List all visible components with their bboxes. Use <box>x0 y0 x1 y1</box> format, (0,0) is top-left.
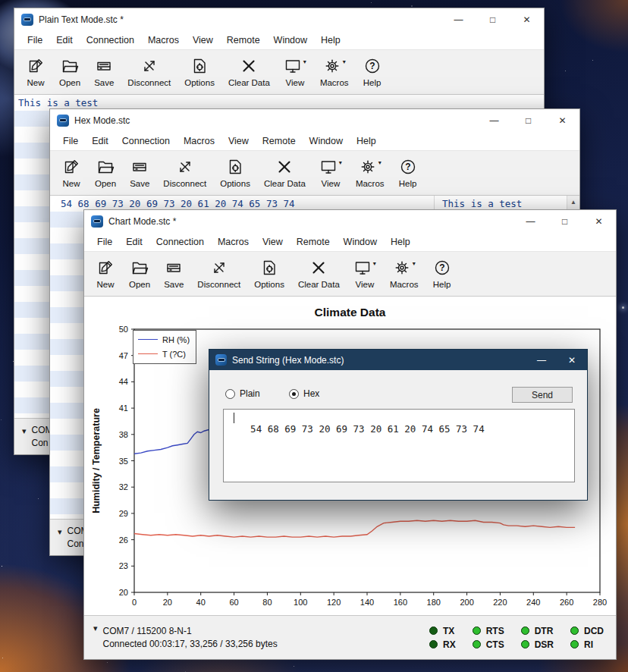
send-string-dialog: Send String (Hex Mode.stc) — ✕ Plain Hex… <box>209 349 588 501</box>
open-icon <box>61 57 79 77</box>
macros-button[interactable]: ▾Macros <box>315 55 354 89</box>
menu-window[interactable]: Window <box>267 35 314 46</box>
minimize-button[interactable]: — <box>513 210 548 233</box>
minimize-button[interactable]: — <box>477 109 511 132</box>
close-button[interactable]: ✕ <box>557 350 587 370</box>
menu-connection[interactable]: Connection <box>115 136 177 146</box>
options-button[interactable]: Options <box>179 55 220 89</box>
close-button[interactable]: ✕ <box>582 210 616 233</box>
maximize-button[interactable]: □ <box>476 8 510 31</box>
titlebar[interactable]: Plain Text Mode.stc * — □ ✕ <box>14 8 544 31</box>
send-button[interactable]: Send <box>512 387 573 403</box>
menu-edit[interactable]: Edit <box>49 35 80 46</box>
tool-label: Macros <box>356 179 385 188</box>
open-button[interactable]: Open <box>124 256 155 291</box>
menu-view[interactable]: View <box>186 35 220 46</box>
options-button[interactable]: Options <box>215 155 256 190</box>
menu-view[interactable]: View <box>256 237 290 247</box>
macros-button[interactable]: ▾Macros <box>385 256 424 291</box>
menu-window[interactable]: Window <box>303 136 350 146</box>
macros-button[interactable]: ▾Macros <box>350 155 390 190</box>
hex-ascii: This is a test <box>442 198 522 209</box>
status-chevron-icon[interactable]: ▾ <box>22 426 27 436</box>
menu-file[interactable]: File <box>20 35 49 46</box>
dialog-titlebar[interactable]: Send String (Hex Mode.stc) — ✕ <box>209 350 587 370</box>
new-button[interactable]: New <box>56 155 86 190</box>
menu-help[interactable]: Help <box>350 136 383 146</box>
open-button[interactable]: Open <box>54 55 86 89</box>
open-button[interactable]: Open <box>89 155 121 190</box>
disconnect-button[interactable]: Disconnect <box>192 256 246 291</box>
indicator-dot <box>521 626 529 635</box>
disconnect-button[interactable]: Disconnect <box>122 55 176 89</box>
clear-data-button[interactable]: Clear Data <box>259 155 311 190</box>
legend-line-sample <box>138 353 158 354</box>
menu-macros[interactable]: Macros <box>211 237 256 247</box>
indicator-label: RI <box>584 639 593 650</box>
dropdown-caret-icon: ▾ <box>413 260 416 267</box>
minimize-button[interactable]: — <box>526 350 557 370</box>
menu-view[interactable]: View <box>221 136 256 146</box>
menu-file[interactable]: File <box>56 136 85 146</box>
help-button[interactable]: ?Help <box>357 55 388 89</box>
indicator-dot <box>570 640 579 648</box>
new-button[interactable]: New <box>90 256 121 291</box>
close-button[interactable]: ✕ <box>510 8 544 31</box>
menu-window[interactable]: Window <box>337 237 384 247</box>
menu-remote[interactable]: Remote <box>290 237 337 247</box>
status-chevron-icon[interactable]: ▾ <box>58 527 62 537</box>
dropdown-caret-icon: ▾ <box>378 159 382 166</box>
indicator-label: TX <box>443 626 454 636</box>
view-button[interactable]: ▾View <box>314 155 347 190</box>
options-button[interactable]: Options <box>249 256 290 291</box>
help-icon: ? <box>363 57 382 77</box>
menu-remote[interactable]: Remote <box>256 136 303 146</box>
new-button[interactable]: New <box>20 55 51 89</box>
titlebar[interactable]: Chart Mode.stc * — □ ✕ <box>84 210 616 233</box>
help-button[interactable]: ?Help <box>393 155 423 190</box>
menu-remote[interactable]: Remote <box>220 35 267 46</box>
radio-plain[interactable]: Plain <box>225 388 260 399</box>
save-button[interactable]: Save <box>124 155 155 190</box>
menu-edit[interactable]: Edit <box>85 136 115 146</box>
new-icon <box>27 57 45 77</box>
options-icon <box>260 259 278 279</box>
view-button[interactable]: ▾View <box>348 256 382 291</box>
radio-hex[interactable]: Hex <box>289 388 319 399</box>
clear-data-icon <box>309 259 328 279</box>
save-button[interactable]: Save <box>89 55 119 89</box>
tool-label: Disconnect <box>127 78 171 87</box>
svg-text:0: 0 <box>132 598 137 607</box>
save-button[interactable]: Save <box>159 256 189 291</box>
status-line-2: Connected 00:03:17, 33,256 / 33,256 byte… <box>103 638 278 651</box>
save-icon <box>165 259 183 279</box>
maximize-button[interactable]: □ <box>511 109 545 132</box>
menu-macros[interactable]: Macros <box>177 136 221 146</box>
menu-help[interactable]: Help <box>384 237 417 247</box>
maximize-button[interactable]: □ <box>548 210 582 233</box>
dropdown-caret-icon: ▾ <box>339 159 342 166</box>
close-button[interactable]: ✕ <box>545 109 579 132</box>
text-cursor <box>234 413 234 423</box>
titlebar[interactable]: Hex Mode.stc — □ ✕ <box>50 109 579 132</box>
menu-file[interactable]: File <box>90 237 119 247</box>
view-icon: ▾ <box>284 57 306 77</box>
status-chevron-icon[interactable]: ▾ <box>93 623 98 633</box>
menu-edit[interactable]: Edit <box>119 237 149 247</box>
open-icon <box>96 158 115 178</box>
radio-hex-circle <box>289 389 299 399</box>
tool-label: Help <box>433 280 451 289</box>
menu-help[interactable]: Help <box>314 35 347 46</box>
menu-connection[interactable]: Connection <box>149 237 211 247</box>
minimize-button[interactable]: — <box>441 8 476 31</box>
macros-icon: ▾ <box>323 57 346 77</box>
disconnect-button[interactable]: Disconnect <box>158 155 212 190</box>
dropdown-caret-icon: ▾ <box>343 58 346 65</box>
clear-data-button[interactable]: Clear Data <box>223 55 275 89</box>
send-string-input[interactable]: 54 68 69 73 20 69 73 20 61 20 74 65 73 7… <box>223 409 575 482</box>
menu-macros[interactable]: Macros <box>141 35 186 46</box>
help-button[interactable]: ?Help <box>427 256 457 291</box>
menu-connection[interactable]: Connection <box>80 35 141 46</box>
clear-data-button[interactable]: Clear Data <box>293 256 345 291</box>
view-button[interactable]: ▾View <box>278 55 312 89</box>
